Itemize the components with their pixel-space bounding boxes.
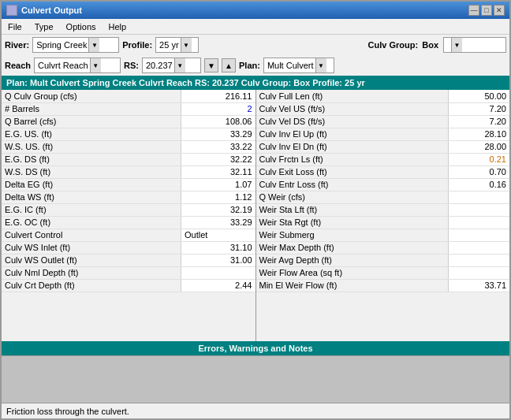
profile-combo[interactable]: 25 yr ▼ [155,37,199,53]
left-table-row: Q Culv Group (cfs)216.11 [2,90,255,102]
culv-group-combo-arrow[interactable]: ▼ [451,38,462,52]
left-value-cell: 32.11 [181,165,255,178]
left-table-row: Culv WS Inlet (ft)31.10 [2,241,255,254]
left-table-row: E.G. OC (ft)33.29 [2,216,255,229]
status-bar: Friction loss through the culvert. [2,403,509,418]
left-label-cell: W.S. US. (ft) [2,140,181,153]
maximize-button[interactable]: □ [481,5,492,16]
right-value-cell [449,203,509,216]
left-label-cell: Delta EG (ft) [2,178,181,191]
right-value-cell [449,241,509,254]
right-label-cell: Culv Inv El Dn (ft) [256,140,449,153]
errors-title: Errors, Warnings and Notes [198,344,312,353]
right-value-cell: 0.70 [449,165,509,178]
right-table-row: Culv Vel US (ft/s)7.20 [256,102,510,115]
left-table-row: E.G. US. (ft)33.29 [2,128,255,140]
right-table-row: Weir Sta Rgt (ft) [256,216,510,229]
nav-down-button[interactable]: ▼ [204,58,218,72]
right-table-element: Culv Full Len (ft)50.00Culv Vel US (ft/s… [256,90,510,292]
right-label-cell: Culv Vel DS (ft/s) [256,115,449,128]
plan-combo[interactable]: Mult Culvert ▼ [263,58,334,73]
left-label-cell: Culv Nml Depth (ft) [2,266,181,279]
culv-group-combo[interactable]: ▼ [443,37,506,53]
left-value-cell: 32.19 [181,203,255,216]
menu-bar: File Type Options Help [2,19,509,35]
left-table-row: Culv Crt Depth (ft)2.44 [2,279,255,292]
right-value-cell [449,191,509,203]
right-label-cell: Weir Flow Area (sq ft) [256,266,449,279]
left-table-row: Culvert ControlOutlet [2,229,255,241]
left-label-cell: Culvert Control [2,229,181,241]
right-value-cell: 0.16 [449,178,509,191]
left-value-cell: 31.00 [181,254,255,266]
river-combo-arrow[interactable]: ▼ [88,38,99,52]
right-table-row: Culv Frctn Ls (ft)0.21 [256,153,510,165]
left-label-cell: W.S. DS (ft) [2,165,181,178]
info-bar-text: Plan: Mult Culvert Spring Creek Culvrt R… [6,78,365,87]
menu-help[interactable]: Help [106,21,130,32]
plan-combo-arrow[interactable]: ▼ [315,58,326,72]
data-tables: Q Culv Group (cfs)216.11# Barrels2Q Barr… [2,90,509,341]
right-label-cell: Culv Vel US (ft/s) [256,102,449,115]
left-value-cell: 1.07 [181,178,255,191]
toolbar-row-1: River: Spring Creek ▼ Profile: 25 yr ▼ C… [2,35,509,55]
left-value-cell: 1.12 [181,191,255,203]
left-label-cell: Delta WS (ft) [2,191,181,203]
left-table-row: E.G. IC (ft)32.19 [2,203,255,216]
river-combo[interactable]: Spring Creek ▼ [32,37,119,53]
left-value-cell: 32.22 [181,153,255,165]
menu-type[interactable]: Type [32,21,57,32]
right-table-row: Culv Entr Loss (ft)0.16 [256,178,510,191]
left-table-element: Q Culv Group (cfs)216.11# Barrels2Q Barr… [2,90,255,292]
left-label-cell: E.G. US. (ft) [2,128,181,140]
rs-combo-arrow[interactable]: ▼ [174,58,185,72]
window-title: Culvert Output [21,6,82,15]
right-table-row: Min El Weir Flow (ft)33.71 [256,279,510,292]
right-table-row: Q Weir (cfs) [256,191,510,203]
menu-file[interactable]: File [5,21,25,32]
right-label-cell: Culv Inv El Up (ft) [256,128,449,140]
reach-combo[interactable]: Culvrt Reach ▼ [34,58,121,73]
left-value-cell: 33.29 [181,128,255,140]
left-value-cell: Outlet [181,229,255,241]
title-bar-left: Culvert Output [6,5,82,16]
nav-up-button[interactable]: ▲ [222,58,236,72]
right-label-cell: Weir Max Depth (ft) [256,241,449,254]
left-table-row: E.G. DS (ft)32.22 [2,153,255,165]
right-value-cell: 7.20 [449,115,509,128]
close-button[interactable]: ✕ [494,5,505,16]
rs-combo[interactable]: 20.237 ▼ [142,58,201,73]
right-label-cell: Culv Entr Loss (ft) [256,178,449,191]
right-table-row: Culv Vel DS (ft/s)7.20 [256,115,510,128]
right-table-row: Weir Avg Depth (ft) [256,254,510,266]
title-controls: — □ ✕ [468,5,505,16]
profile-value: 25 yr [158,40,180,50]
right-table-row: Culv Exit Loss (ft)0.70 [256,165,510,178]
left-value-cell: 33.29 [181,216,255,229]
left-label-cell: # Barrels [2,102,181,115]
right-value-cell: 7.20 [449,102,509,115]
plan-value: Mult Culvert [266,61,315,70]
right-table-row: Weir Submerg [256,229,510,241]
plan-label: Plan: [239,61,260,70]
left-table-row: Culv WS Outlet (ft)31.00 [2,254,255,266]
menu-options[interactable]: Options [63,21,99,32]
right-label-cell: Weir Sta Lft (ft) [256,203,449,216]
left-label-cell: E.G. IC (ft) [2,203,181,216]
right-label-cell: Culv Full Len (ft) [256,90,449,102]
reach-combo-arrow[interactable]: ▼ [90,58,101,72]
profile-combo-arrow[interactable]: ▼ [181,38,192,52]
right-value-cell [449,254,509,266]
reach-label: Reach [5,61,31,70]
minimize-button[interactable]: — [468,5,479,16]
left-value-cell: 2 [181,102,255,115]
right-table-row: Culv Inv El Dn (ft)28.00 [256,140,510,153]
left-label-cell: E.G. DS (ft) [2,153,181,165]
right-label-cell: Culv Frctn Ls (ft) [256,153,449,165]
left-label-cell: E.G. OC (ft) [2,216,181,229]
left-table-row: # Barrels2 [2,102,255,115]
left-data-table: Q Culv Group (cfs)216.11# Barrels2Q Barr… [2,90,256,341]
right-table-row: Culv Inv El Up (ft)28.10 [256,128,510,140]
left-table-row: Q Barrel (cfs)108.06 [2,115,255,128]
right-value-cell [449,216,509,229]
